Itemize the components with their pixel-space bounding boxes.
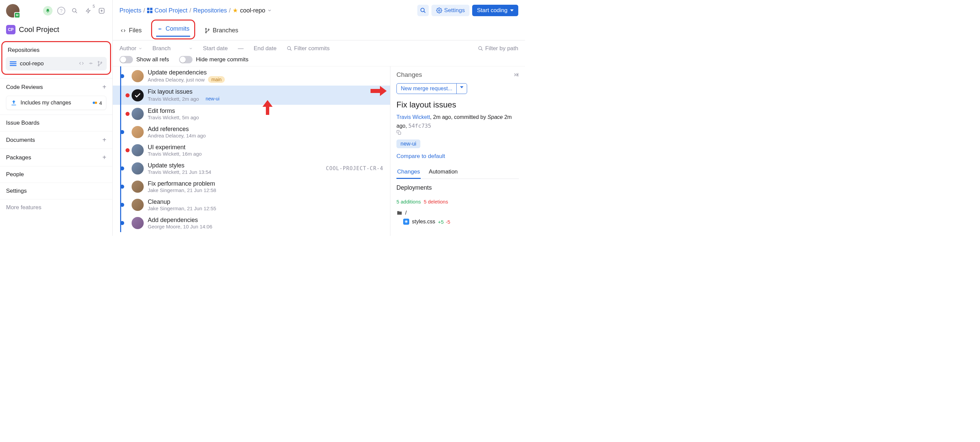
repo-tools: [78, 61, 103, 66]
filter-author[interactable]: Author: [119, 45, 142, 52]
commit-row[interactable]: UI experiment Travis Wickett, 16m ago: [113, 141, 390, 160]
additions-stat: 5 additions: [396, 199, 421, 204]
commit-meta: Andrea Delacey, just nowmain: [148, 76, 383, 83]
nav-label: More features: [6, 204, 41, 211]
avatar-status-badge: M: [14, 12, 20, 18]
svg-rect-18: [150, 8, 153, 10]
commit-title: Update dependencies: [148, 69, 383, 76]
commit-row[interactable]: Update styles Travis Wickett, 21 Jun 13:…: [113, 160, 390, 177]
toggle-hide-merge[interactable]: Hide merge commits: [179, 56, 248, 63]
folder-root[interactable]: /: [396, 209, 519, 217]
chevron-down-icon[interactable]: [267, 8, 272, 13]
svg-rect-8: [10, 65, 16, 66]
breadcrumb: Projects / Cool Project / Repositories /…: [119, 7, 272, 14]
filter-start-date[interactable]: Start date: [203, 45, 228, 52]
user-avatar[interactable]: M: [6, 4, 19, 18]
repo-name: cool-repo: [20, 60, 44, 67]
nav-packages[interactable]: Packages+: [0, 148, 112, 166]
svg-line-22: [424, 11, 425, 13]
commit-row[interactable]: Add dependencies George Moore, 10 Jun 14…: [113, 214, 390, 232]
top-search-button[interactable]: [417, 5, 429, 16]
toggle-show-all-refs[interactable]: Show all refs: [119, 56, 169, 63]
sub-tab-automation[interactable]: Automation: [428, 166, 458, 179]
collapse-panel-icon[interactable]: [513, 72, 519, 78]
commit-title: Cleanup: [148, 198, 383, 206]
commit-row[interactable]: Cleanup Jake Singerman, 21 Jun 12:55: [113, 196, 390, 214]
commit-row[interactable]: Fix performance problem Jake Singerman, …: [113, 177, 390, 196]
grid-icon: [147, 8, 153, 13]
deployments-label: Deployments: [396, 184, 519, 191]
breadcrumb-repositories[interactable]: Repositories: [193, 7, 227, 14]
search-icon[interactable]: [70, 6, 80, 16]
svg-point-21: [421, 8, 425, 12]
tab-files[interactable]: Files: [119, 21, 142, 40]
code-icon[interactable]: [78, 61, 84, 66]
breadcrumb-projects[interactable]: Projects: [119, 7, 142, 14]
branch-icon[interactable]: [97, 61, 103, 66]
nav-settings[interactable]: Settings: [0, 183, 112, 199]
project-title[interactable]: CP Cool Project: [0, 22, 112, 40]
notifications-icon[interactable]: [43, 6, 52, 16]
review-item-my-changes[interactable]: Includes my changes 4: [6, 96, 107, 110]
settings-button[interactable]: Settings: [431, 5, 469, 16]
commit-icon[interactable]: [88, 61, 94, 66]
file-row-styles[interactable]: ✳ styles.css +5 -5: [396, 217, 519, 226]
nav-label: Issue Boards: [6, 120, 40, 126]
tab-commits[interactable]: Commits: [156, 22, 190, 37]
commit-meta: Travis Wickett, 5m ago: [148, 115, 383, 120]
sub-tab-changes[interactable]: Changes: [396, 166, 421, 179]
review-item-label: Includes my changes: [21, 100, 71, 106]
commit-meta: George Moore, 10 Jun 14:06: [148, 224, 383, 230]
settings-label: Settings: [444, 7, 465, 14]
branch-badge: main: [208, 76, 225, 83]
tab-branches[interactable]: Branches: [204, 21, 239, 40]
start-coding-button[interactable]: Start coding: [472, 5, 518, 16]
add-package-icon[interactable]: +: [102, 154, 107, 161]
breadcrumb-repo: cool-repo: [240, 7, 265, 14]
svg-point-13: [98, 65, 99, 66]
repositories-header[interactable]: Repositories: [6, 44, 107, 57]
main-area: Projects / Cool Project / Repositories /…: [113, 0, 525, 236]
add-icon[interactable]: [97, 6, 107, 16]
svg-rect-20: [150, 11, 153, 13]
filter-commits-input[interactable]: Filter commits: [287, 45, 330, 52]
commit-title: Add dependencies: [148, 217, 383, 224]
filter-branch[interactable]: Branch: [153, 45, 193, 52]
repositories-label: Repositories: [8, 47, 40, 54]
branch-badge[interactable]: new-ui: [396, 139, 420, 148]
nav-issue-boards[interactable]: Issue Boards: [0, 115, 112, 131]
commit-row[interactable]: Add references Andrea Delacey, 14m ago: [113, 123, 390, 141]
filter-path-input[interactable]: Filter by path: [478, 45, 518, 52]
svg-point-14: [100, 62, 102, 63]
add-code-review-icon[interactable]: +: [102, 83, 107, 91]
repo-item-cool-repo[interactable]: cool-repo: [6, 57, 107, 70]
nav-people[interactable]: People: [0, 166, 112, 183]
commits-list[interactable]: Update dependencies Andrea Delacey, just…: [113, 66, 390, 236]
breadcrumb-project[interactable]: Cool Project: [154, 7, 188, 14]
new-merge-request-button[interactable]: New merge request...: [396, 83, 467, 94]
coding-label: Start coding: [477, 7, 508, 14]
svg-marker-24: [510, 10, 514, 11]
help-icon[interactable]: ?: [57, 6, 66, 16]
star-icon[interactable]: ★: [232, 7, 238, 14]
commit-row[interactable]: Edit forms Travis Wickett, 5m ago: [113, 105, 390, 123]
nav-documents[interactable]: Documents+: [0, 131, 112, 148]
compare-to-default-link[interactable]: Compare to default: [396, 153, 519, 160]
copy-hash-icon[interactable]: [396, 130, 519, 135]
nav-more-features[interactable]: More features: [0, 199, 112, 215]
code-reviews-header[interactable]: Code Reviews +: [0, 78, 112, 96]
add-document-icon[interactable]: +: [102, 136, 107, 144]
merge-btn-dropdown[interactable]: [457, 83, 467, 94]
commit-row[interactable]: Fix layout issues Travis Wickett, 2m ago…: [113, 86, 390, 105]
commit-meta: Jake Singerman, 21 Jun 12:58: [148, 187, 383, 193]
commit-row[interactable]: Update dependencies Andrea Delacey, just…: [113, 66, 390, 86]
thunder-icon[interactable]: 5: [83, 6, 93, 16]
project-name: Cool Project: [19, 25, 59, 34]
sidebar-header: M ? 5: [0, 0, 112, 22]
code-icon: [120, 28, 126, 33]
branch-badge: new-ui: [202, 95, 223, 102]
filter-end-date[interactable]: End date: [254, 45, 277, 52]
commit-title: UI experiment: [148, 144, 383, 151]
svg-point-23: [439, 10, 440, 11]
commit-author-link[interactable]: Travis Wickett: [396, 114, 430, 120]
